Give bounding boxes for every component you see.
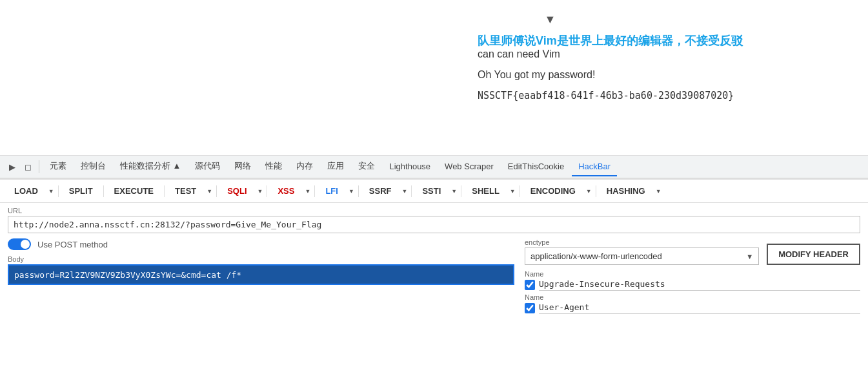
modify-header-button[interactable]: MODIFY HEADER: [767, 244, 860, 265]
toolbar-divider-10: [520, 185, 520, 197]
header-checkbox-2[interactable]: [525, 303, 535, 313]
header-checkbox-1[interactable]: [525, 280, 535, 290]
body-label: Body: [8, 255, 514, 263]
url-label: URL: [8, 207, 860, 215]
split-button[interactable]: SPLIT: [63, 184, 99, 198]
chinese-title-link[interactable]: 队里师傅说Vim是世界上最好的编辑器，不接受反驳: [478, 34, 743, 47]
body-input[interactable]: [8, 264, 514, 285]
tab-lighthouse[interactable]: Lighthouse: [383, 158, 437, 176]
shell-dropdown[interactable]: ▼: [509, 188, 516, 194]
header-value-2: User-Agent: [539, 302, 860, 314]
toolbar-divider-7: [358, 185, 359, 197]
url-input[interactable]: [8, 216, 860, 233]
tab-sources[interactable]: 源代码: [188, 156, 227, 177]
devtools-tabbar: ▶ ◻ 元素 控制台 性能数据分析 ▲ 源代码 网络 性能 内存 应用 安全 L…: [0, 155, 868, 178]
toolbar-divider-9: [461, 185, 461, 197]
post-method-toggle[interactable]: [8, 238, 31, 250]
test-dropdown[interactable]: ▼: [205, 188, 212, 194]
cursor-icon[interactable]: ▶: [5, 160, 19, 174]
shell-button[interactable]: SHELL: [465, 184, 506, 198]
toolbar-divider-6: [314, 185, 315, 197]
enctype-arrow-icon: ▼: [746, 253, 753, 260]
encoding-dropdown[interactable]: ▼: [585, 188, 592, 194]
left-panel: Use POST method Body: [8, 238, 514, 285]
tab-elements[interactable]: 元素: [43, 156, 73, 177]
tab-separator: [39, 160, 39, 173]
tab-performance[interactable]: 性能: [259, 156, 288, 177]
xss-button[interactable]: XSS: [271, 184, 301, 198]
post-method-label: Use POST method: [37, 240, 108, 249]
tab-security[interactable]: 安全: [352, 156, 381, 177]
subtitle-text: can can need Vim: [478, 48, 868, 60]
enctype-modify-row: enctype application/x-www-form-urlencode…: [525, 238, 860, 265]
toolbar-divider-2: [103, 185, 104, 197]
lfi-button[interactable]: LFI: [319, 184, 345, 198]
ssti-dropdown[interactable]: ▼: [450, 188, 457, 194]
ssrf-dropdown[interactable]: ▼: [400, 188, 407, 194]
hackbar-panel: LOAD ▼ SPLIT EXECUTE TEST ▼ SQLI ▼ XSS ▼…: [0, 178, 868, 319]
toolbar-divider-3: [164, 185, 165, 197]
enctype-label: enctype: [525, 238, 759, 246]
chevron-down-icon: ▼: [545, 13, 556, 26]
header-row-2: Name User-Agent: [525, 293, 860, 314]
header-name-label-1: Name: [525, 270, 860, 278]
flag-text: NSSCTF{eaabf418-641f-46b3-ba60-230d39087…: [478, 90, 868, 101]
toolbar-divider-4: [216, 185, 217, 197]
tab-performance-data[interactable]: 性能数据分析 ▲: [114, 156, 187, 177]
header-checkbox-row-1: Upgrade-Insecure-Requests: [525, 279, 860, 291]
sqli-button[interactable]: SQLI: [221, 184, 253, 198]
lfi-dropdown[interactable]: ▼: [347, 188, 354, 194]
password-prompt: Oh You got my password!: [478, 69, 868, 81]
load-button[interactable]: LOAD: [8, 184, 45, 198]
main-content: ▼ 队里师傅说Vim是世界上最好的编辑器，不接受反驳 can can need …: [0, 0, 868, 155]
post-method-toggle-row: Use POST method: [8, 238, 514, 250]
test-button[interactable]: TEST: [168, 184, 203, 198]
xss-dropdown[interactable]: ▼: [303, 188, 310, 194]
tab-web-scraper[interactable]: Web Scraper: [438, 158, 500, 176]
body-section: Body: [8, 255, 514, 285]
tab-network[interactable]: 网络: [228, 156, 257, 177]
toolbar-divider-1: [58, 185, 59, 197]
header-checkbox-row-2: User-Agent: [525, 302, 860, 314]
enctype-select[interactable]: application/x-www-form-urlencoded: [530, 251, 741, 261]
hackbar-toolbar: LOAD ▼ SPLIT EXECUTE TEST ▼ SQLI ▼ XSS ▼…: [0, 180, 868, 203]
headers-panel: Name Upgrade-Insecure-Requests Name User…: [525, 270, 860, 314]
sqli-dropdown[interactable]: ▼: [256, 188, 263, 194]
right-panel: enctype application/x-www-form-urlencode…: [525, 238, 860, 314]
device-icon[interactable]: ◻: [21, 160, 35, 174]
execute-button[interactable]: EXECUTE: [108, 184, 160, 198]
tab-edit-this-cookie[interactable]: EditThisCookie: [501, 158, 570, 176]
header-row-1: Name Upgrade-Insecure-Requests: [525, 270, 860, 291]
toolbar-divider-5: [267, 185, 267, 197]
tab-memory[interactable]: 内存: [290, 156, 319, 177]
ssti-button[interactable]: SSTI: [416, 184, 447, 198]
toolbar-divider-11: [596, 185, 596, 197]
load-dropdown[interactable]: ▼: [47, 188, 54, 194]
enctype-section: enctype application/x-www-form-urlencode…: [525, 238, 759, 265]
url-section: URL: [0, 203, 868, 233]
tab-application[interactable]: 应用: [321, 156, 350, 177]
header-value-1: Upgrade-Insecure-Requests: [539, 279, 860, 291]
tab-hackbar[interactable]: HackBar: [572, 158, 617, 176]
encoding-button[interactable]: ENCODING: [524, 184, 582, 198]
toolbar-divider-8: [411, 185, 412, 197]
hashing-dropdown[interactable]: ▼: [654, 188, 661, 194]
hashing-button[interactable]: HASHING: [600, 184, 652, 198]
tab-console[interactable]: 控制台: [74, 156, 112, 177]
header-name-label-2: Name: [525, 293, 860, 301]
ssrf-button[interactable]: SSRF: [363, 184, 398, 198]
